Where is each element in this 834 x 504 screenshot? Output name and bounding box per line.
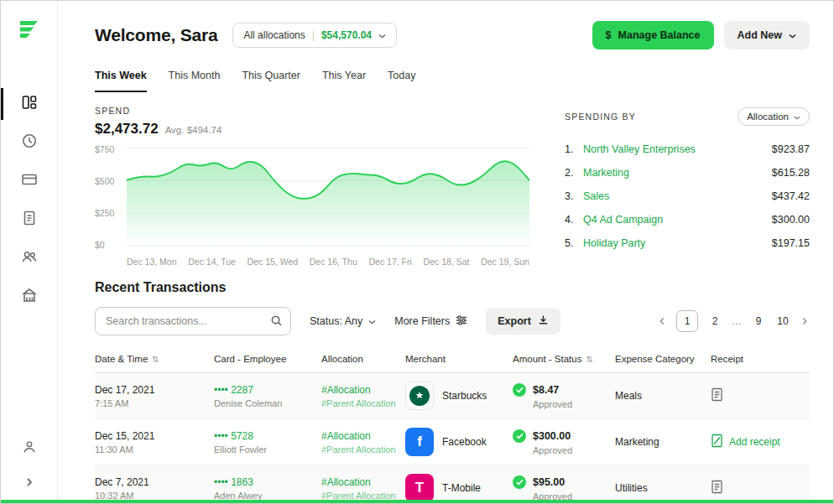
column-header-date[interactable]: Date & Time ⇅ (95, 354, 214, 364)
receipt-cell[interactable] (711, 480, 810, 496)
prev-page-icon[interactable] (657, 316, 667, 326)
facebook-logo-icon: f (405, 428, 434, 456)
add-new-button[interactable]: Add New (724, 21, 810, 49)
table-header-row: Date & Time ⇅ Card - Employee Allocation… (95, 349, 810, 373)
table-row[interactable]: Dec 17, 2021 7:15 AM •••• 2287 Denise Co… (95, 373, 810, 419)
sidebar (1, 1, 58, 503)
status-filter[interactable]: Status: Any (310, 315, 376, 327)
search-input[interactable] (95, 307, 291, 335)
card-employee-cell: •••• 5728 Elliott Fowler (214, 430, 321, 455)
allocation-link[interactable]: North Valley Enterprises (583, 143, 772, 155)
x-tick: Dec 16, Thu (310, 257, 357, 267)
more-filters-label: More Filters (394, 315, 450, 327)
receipt-icon[interactable] (711, 392, 723, 404)
next-page-icon[interactable] (800, 316, 810, 326)
account-icon[interactable] (22, 439, 37, 458)
add-receipt-button[interactable]: Add receipt (711, 434, 810, 450)
sort-icon[interactable]: ⇅ (586, 355, 592, 364)
spending-by-item: 1. North Valley Enterprises $923.87 (565, 138, 810, 161)
page-button-1[interactable]: 1 (676, 310, 698, 332)
divvy-logo-icon (18, 18, 41, 44)
approved-check-icon (513, 429, 526, 443)
column-header-allocation: Allocation (321, 354, 405, 364)
transactions-toolbar: Status: Any More Filters (95, 307, 810, 335)
table-row[interactable]: Dec 7, 2021 10:32 AM •••• 1863 Aden Alwe… (95, 465, 810, 504)
amount-label: $615.28 (772, 167, 810, 179)
add-new-label: Add New (738, 29, 782, 41)
column-label: Amount - Status (513, 354, 581, 364)
export-label: Export (498, 315, 531, 327)
pagination-ellipsis: … (732, 315, 742, 327)
receipt-cell[interactable] (711, 387, 810, 404)
tab-this-week[interactable]: This Week (95, 70, 147, 92)
spend-chart-panel: SPEND $2,473.72 Avg. $494.74 $750 $500 $… (95, 106, 529, 267)
receipt-cell: Add receipt (711, 434, 810, 450)
amount-value: $8.47 (533, 384, 559, 396)
category-cell: Marketing (615, 436, 711, 448)
accounting-icon (21, 287, 38, 307)
tab-this-month[interactable]: This Month (169, 70, 221, 92)
status-label: Approved (533, 445, 615, 455)
allocation-link[interactable]: Marketing (583, 167, 772, 179)
spend-label: SPEND (95, 106, 529, 116)
history-icon (21, 132, 38, 153)
spending-by-filter-label: Allocation (747, 112, 789, 122)
tab-today[interactable]: Today (388, 70, 415, 92)
table-row[interactable]: Dec 15, 2021 11:30 AM •••• 5728 Elliott … (95, 419, 810, 465)
page-button-10[interactable]: 10 (775, 315, 790, 327)
manage-balance-button[interactable]: $ Manage Balance (592, 21, 714, 49)
x-tick: Dec 13, Mon (127, 257, 177, 267)
page-button-2[interactable]: 2 (707, 315, 722, 327)
amount-label: $923.87 (772, 143, 810, 155)
allocation-cell[interactable]: #Allocation #Parent Allocation (321, 430, 405, 455)
sidebar-item-documents[interactable] (1, 204, 57, 236)
spending-by-filter[interactable]: Allocation (738, 107, 810, 126)
allocation-cell[interactable]: #Allocation #Parent Allocation (321, 384, 405, 408)
more-filters-button[interactable]: More Filters (394, 314, 467, 329)
column-label: Card - Employee (214, 354, 286, 364)
date-cell: Dec 7, 2021 10:32 AM (95, 476, 214, 501)
sidebar-item-overview[interactable] (1, 88, 57, 120)
documents-icon (21, 210, 38, 230)
x-tick: Dec 19, Sun (481, 257, 529, 267)
spending-by-label: SPENDING BY (565, 112, 636, 122)
approved-check-icon (513, 383, 526, 397)
page-title: Welcome, Sara (95, 25, 217, 45)
sort-icon[interactable]: ⇅ (152, 355, 159, 364)
rank-label: 5. (565, 237, 583, 249)
y-tick: $250 (95, 208, 122, 218)
y-tick: $750 (95, 144, 122, 154)
status-label: Approved (533, 399, 615, 409)
tab-this-year[interactable]: This Year (322, 70, 366, 92)
approved-check-icon (513, 475, 526, 489)
sidebar-item-accounting[interactable] (1, 281, 57, 313)
amount-value: $300.00 (533, 430, 571, 442)
sidebar-item-people[interactable] (1, 242, 57, 274)
allocation-link[interactable]: Q4 Ad Campaign (583, 214, 772, 226)
amount-status-cell: $95.00 Approved (513, 475, 615, 501)
time-range-tabs: This Week This Month This Quarter This Y… (95, 70, 810, 92)
rank-label: 2. (565, 167, 583, 179)
page-button-9[interactable]: 9 (751, 315, 766, 327)
allocation-selector[interactable]: All allocations | $54,570.04 (232, 23, 397, 48)
spend-average: Avg. $494.74 (165, 125, 222, 135)
column-label: Receipt (711, 354, 743, 364)
sidebar-item-history[interactable] (1, 127, 57, 158)
rank-label: 3. (565, 190, 583, 202)
export-button[interactable]: Export (486, 308, 560, 335)
allocation-link[interactable]: Holiday Party (583, 237, 772, 249)
tab-this-quarter[interactable]: This Quarter (242, 70, 300, 92)
column-header-amount-status[interactable]: Amount - Status ⇅ (513, 354, 615, 364)
x-tick: Dec 15, Wed (248, 257, 299, 267)
search-icon (270, 314, 283, 330)
category-cell: Meals (615, 390, 711, 402)
sidebar-item-cards[interactable] (1, 165, 57, 197)
download-icon (538, 314, 549, 328)
receipt-icon[interactable] (711, 485, 723, 496)
allocation-link[interactable]: Sales (583, 190, 772, 202)
spend-area-chart (127, 148, 529, 247)
column-header-category: Expense Category (615, 354, 711, 364)
allocation-cell[interactable]: #Allocation #Parent Allocation (321, 476, 405, 501)
rank-label: 4. (565, 214, 583, 226)
collapse-chevron-icon[interactable] (23, 476, 35, 491)
